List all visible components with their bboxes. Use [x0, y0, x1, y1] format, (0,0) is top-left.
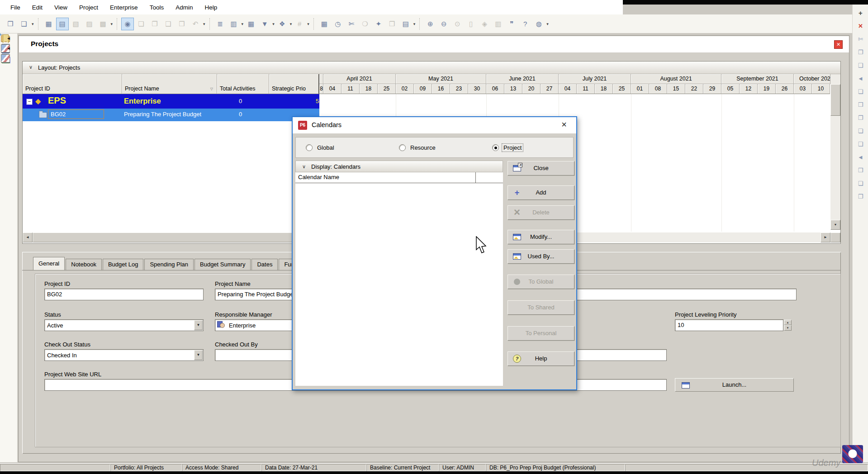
link-icon[interactable]: ✄ — [345, 18, 358, 30]
chevron-down-icon[interactable]: ▼ — [194, 320, 203, 330]
menu-help[interactable]: Help — [199, 2, 223, 13]
gantt-view-icon[interactable]: ▤ — [56, 18, 69, 30]
help-icon[interactable]: ? — [519, 18, 531, 30]
caret-icon[interactable]: ▾ — [242, 22, 244, 26]
ghost-icon[interactable]: ❒ — [386, 18, 398, 30]
timescale-icon[interactable]: ▦ — [245, 18, 257, 30]
delete-button[interactable]: ✕ Delete — [508, 205, 574, 220]
add-button[interactable]: + Add — [508, 185, 574, 200]
timescale-month[interactable]: August 2021 — [631, 74, 721, 84]
caret-icon[interactable]: ▾ — [307, 22, 309, 26]
calendar-list[interactable] — [295, 183, 503, 386]
radio-resource[interactable]: Resource — [399, 144, 437, 152]
undo-icon[interactable]: ↶ — [189, 18, 202, 30]
col-header-total-activities[interactable]: Total Activities — [217, 74, 269, 94]
menu-admin[interactable]: Admin — [170, 2, 199, 13]
role-dict-icon[interactable]: ❒ — [855, 100, 866, 109]
table-row-eps[interactable]: − ◆ EPS Enterprise 0 5 — [23, 94, 319, 109]
collapse-right-arrow-icon[interactable]: ◄ — [855, 74, 866, 83]
project-leveling-priority-field[interactable]: 10 — [675, 319, 783, 331]
collapse-right-arrow-icon[interactable]: ◄ — [855, 153, 866, 162]
group-sort-icon[interactable]: ❖ — [276, 18, 289, 30]
columns-gray-icon[interactable]: ▥ — [492, 18, 504, 30]
network-view-icon[interactable]: ▧ — [70, 18, 82, 30]
pages-icon[interactable]: ▯ — [465, 18, 477, 30]
caret-icon[interactable]: ▾ — [203, 22, 205, 26]
menu-enterprise[interactable]: Enterprise — [104, 2, 144, 13]
caret-icon[interactable]: ▾ — [32, 22, 34, 26]
doc-icon[interactable]: ❏ — [135, 18, 147, 30]
project-id-cell[interactable]: BG02 — [48, 109, 104, 119]
to-shared-button[interactable]: To Shared — [508, 300, 574, 315]
launch-button[interactable]: Launch... — [675, 378, 794, 392]
tab-spending-plan[interactable]: Spending Plan — [144, 259, 194, 270]
layout-options-bar[interactable]: ∨ Layout: Projects — [23, 62, 840, 74]
timescale-month[interactable]: September 2021 — [721, 74, 794, 84]
priority-stepper[interactable]: ▲ ▼ — [784, 320, 792, 331]
col-header-project-id[interactable]: Project ID — [23, 74, 122, 94]
gantt-vertical-scrollbar[interactable] — [830, 74, 840, 230]
stepper-down-icon[interactable]: ▼ — [784, 325, 792, 331]
check-out-status-select[interactable]: Checked In ▼ — [44, 349, 204, 361]
scroll-thumb[interactable] — [33, 232, 293, 242]
activity-table-icon[interactable]: ▦ — [318, 18, 331, 30]
doc-icon[interactable]: ❑ — [162, 18, 175, 30]
udf-icon[interactable]: ❑ — [855, 140, 866, 149]
timescale-month[interactable]: October 2021 — [794, 74, 830, 84]
milestone-icon[interactable]: ◈ — [478, 18, 491, 30]
status-select[interactable]: Active ▼ — [44, 319, 204, 331]
scroll-down-button[interactable]: ▼ — [830, 220, 840, 230]
caret-icon[interactable]: ▾ — [413, 22, 416, 26]
menu-edit[interactable]: Edit — [26, 2, 48, 13]
to-personal-button[interactable]: To Personal — [508, 326, 574, 341]
caret-icon[interactable]: ▾ — [111, 22, 113, 26]
report-icon[interactable]: ❏ — [855, 179, 866, 188]
radio-global[interactable]: Global — [306, 144, 336, 152]
paste-icon[interactable]: ❑ — [855, 61, 866, 70]
menu-project[interactable]: Project — [73, 2, 104, 13]
help-button[interactable]: ? Help — [508, 351, 574, 366]
codes-icon[interactable]: ❏ — [855, 127, 866, 136]
collapse-left-arrow-icon[interactable]: ◄ — [0, 33, 17, 43]
chart-icon[interactable]: ❐ — [855, 192, 866, 201]
find-icon[interactable]: ◉ — [121, 18, 134, 30]
col-header-strategic-priority[interactable]: Strategic Prio — [269, 74, 319, 94]
scroll-thumb[interactable] — [830, 84, 840, 116]
doc-icon[interactable]: ❒ — [175, 18, 188, 30]
zoom-fit-icon[interactable]: ⊙ — [451, 18, 464, 30]
tab-general[interactable]: General — [33, 257, 65, 270]
comment-icon[interactable]: ❞ — [505, 18, 518, 30]
scroll-right-button[interactable]: ► — [821, 232, 830, 242]
menu-tools[interactable]: Tools — [144, 2, 170, 13]
wbs-view-icon[interactable]: ▩ — [97, 18, 109, 30]
col-header-project-name[interactable]: Project Name▽ — [122, 74, 217, 94]
schedule-icon[interactable]: ✦ — [372, 18, 385, 30]
collapse-left-arrow-icon[interactable]: ◄ — [0, 43, 17, 53]
dialog-titlebar[interactable]: P6 Calendars × — [293, 117, 576, 133]
zoom-out-icon[interactable]: ⊖ — [437, 18, 450, 30]
delete-icon[interactable]: ✕ — [855, 22, 866, 31]
docs-icon[interactable]: ❒ — [855, 166, 866, 175]
timescale-month[interactable]: June 2021 — [486, 74, 559, 84]
scroll-left-button[interactable]: ◄ — [23, 232, 33, 242]
tab-notebook[interactable]: Notebook — [66, 259, 102, 270]
used-by-button[interactable]: Used By... — [508, 249, 574, 264]
ghost-icon[interactable]: ❍ — [359, 18, 371, 30]
to-global-button[interactable]: To Global — [508, 275, 574, 289]
caret-icon[interactable]: ▾ — [546, 22, 549, 26]
display-options-bar[interactable]: ∨ Display: Calendars — [295, 161, 503, 172]
modify-button[interactable]: Modify... — [508, 230, 574, 244]
timescale-month[interactable]: April 2021 — [323, 74, 396, 84]
tab-dates[interactable]: Dates — [251, 259, 278, 270]
collapse-minus-icon[interactable]: − — [26, 99, 33, 105]
timescale-month[interactable]: May 2021 — [396, 74, 486, 84]
details-icon[interactable]: ▤ — [399, 18, 412, 30]
tab-budget-summary[interactable]: Budget Summary — [194, 259, 251, 270]
calendar-name-header[interactable]: Calendar Name — [295, 172, 503, 183]
timescale-month-stub[interactable] — [319, 74, 323, 84]
globe-icon[interactable]: ◍ — [532, 18, 545, 30]
stepper-up-icon[interactable]: ▲ — [784, 320, 792, 325]
calendar-dict-icon[interactable]: ❐ — [855, 114, 866, 123]
doc-icon[interactable]: ❐ — [148, 18, 161, 30]
table-row-bg02[interactable]: BG02 Preparing The Project Budget 0 — [23, 109, 319, 121]
